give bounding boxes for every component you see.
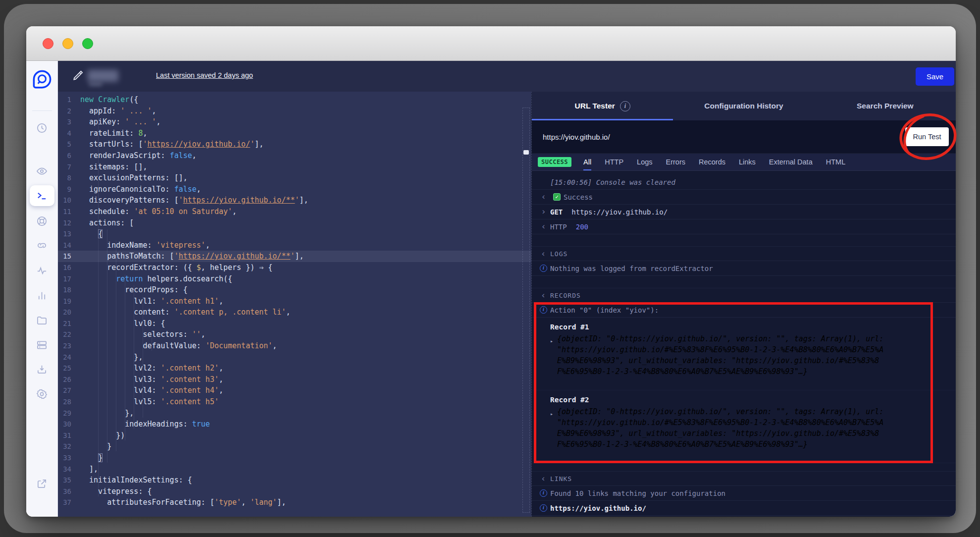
code-line-1[interactable]: 1new Crawler({ — [58, 94, 531, 106]
window-titlebar — [26, 26, 956, 61]
collapse-chevron-icon[interactable]: ‹ — [541, 250, 546, 258]
sidebar-item-folder-icon[interactable] — [36, 314, 48, 326]
record-object-preview[interactable]: ▸{objectID: "0-https://yiov.github.io/",… — [550, 406, 886, 450]
sidebar-item-lifebuoy-icon[interactable] — [36, 215, 48, 227]
code-line-29[interactable]: 29 }, — [58, 408, 531, 419]
code-line-10[interactable]: 10 discoveryPatterns: ['https://yiov.git… — [58, 195, 531, 206]
edit-pencil-icon[interactable] — [72, 69, 85, 82]
collapse-chevron-icon[interactable]: ‹ — [541, 222, 546, 231]
code-line-15[interactable]: 15 pathsToMatch: ['https://yiov.github.i… — [58, 251, 531, 262]
code-line-12[interactable]: 12 actions: [ — [58, 217, 531, 229]
url-tester-panel: URL TesteriConfiguration HistorySearch P… — [531, 92, 956, 517]
close-window-button[interactable] — [43, 38, 53, 49]
expand-triangle-icon[interactable]: ▸ — [550, 409, 553, 420]
expand-triangle-icon[interactable]: ▸ — [550, 336, 553, 347]
collapse-chevron-icon[interactable]: ‹ — [541, 193, 546, 201]
code-text: recordExtractor: ({ $, helpers }) ⇒ { — [80, 262, 272, 273]
code-line-9[interactable]: 9 ignoreCanonicalTo: false, — [58, 184, 531, 195]
row-icon-column: ‹ — [537, 193, 550, 201]
filter-tab-http[interactable]: HTTP — [605, 154, 623, 170]
code-editor[interactable]: 1new Crawler({2 appId: ' ... ',3 apiKey:… — [58, 92, 531, 517]
tab-configuration-history[interactable]: Configuration History — [673, 92, 814, 120]
code-text: } — [80, 452, 103, 464]
code-line-23[interactable]: 23 defaultValue: 'Documentation', — [58, 340, 531, 352]
editor-scrollbar-track[interactable] — [522, 107, 530, 513]
url-input[interactable]: https://yiov.github.io/ — [543, 133, 610, 141]
save-button[interactable]: Save — [916, 67, 954, 86]
code-line-28[interactable]: 28 lvl5: '.content h5' — [58, 396, 531, 408]
sidebar-item-gear-icon[interactable] — [36, 388, 48, 400]
run-test-button[interactable]: Run Test — [905, 127, 949, 146]
code-line-5[interactable]: 5 startUrls: ['https://yiov.github.io/']… — [58, 139, 531, 150]
code-line-19[interactable]: 19 lvl1: '.content h1', — [58, 296, 531, 307]
section-label: LINKS — [550, 475, 572, 483]
filter-tab-all[interactable]: All — [583, 154, 591, 170]
code-line-8[interactable]: 8 exclusionPatterns: [], — [58, 172, 531, 184]
sidebar-item-external-link-icon[interactable] — [36, 478, 48, 489]
editor-scrollbar-thumb[interactable] — [523, 150, 529, 155]
sidebar-item-bar-chart-icon[interactable] — [36, 289, 48, 301]
code-line-6[interactable]: 6 renderJavaScript: false, — [58, 150, 531, 161]
code-line-17[interactable]: 17 return helpers.docsearch({ — [58, 273, 531, 285]
code-line-14[interactable]: 14 indexName: 'vitepress', — [58, 240, 531, 251]
expand-chevron-icon[interactable]: › — [541, 208, 546, 216]
sidebar-item-server-icon[interactable] — [36, 339, 48, 351]
collapse-chevron-icon[interactable]: ‹ — [541, 291, 546, 300]
filter-tab-external-data[interactable]: External Data — [769, 154, 813, 170]
indent-guide — [134, 285, 134, 429]
zoom-window-button[interactable] — [82, 38, 93, 49]
code-line-30[interactable]: 30 indexHeadings: true — [58, 419, 531, 430]
code-line-27[interactable]: 27 lvl4: '.content h4', — [58, 385, 531, 396]
filter-tab-logs[interactable]: Logs — [637, 154, 652, 170]
code-line-16[interactable]: 16 recordExtractor: ({ $, helpers }) ⇒ { — [58, 262, 531, 273]
row-icon-column: i — [537, 265, 550, 272]
sidebar-item-download-icon[interactable] — [36, 363, 48, 375]
last-version-saved-link[interactable]: Last version saved 2 days ago — [156, 71, 253, 79]
filter-tab-errors[interactable]: Errors — [666, 154, 685, 170]
console-output: [15:00:56] Console was cleared‹✓Success›… — [532, 171, 956, 517]
record-object-preview[interactable]: ▸{objectID: "0-https://yiov.github.io/",… — [550, 333, 886, 377]
line-number: 2 — [58, 106, 80, 117]
code-line-13[interactable]: 13 { — [58, 228, 531, 240]
code-line-36[interactable]: 36 vitepress: { — [58, 486, 531, 497]
sidebar-item-clock-icon[interactable] — [36, 122, 48, 134]
code-line-24[interactable]: 24 }, — [58, 352, 531, 363]
code-line-3[interactable]: 3 apiKey: ' ... ', — [58, 116, 531, 128]
sidebar-item-eye-icon[interactable] — [36, 165, 48, 177]
code-line-37[interactable]: 37 attributesForFaceting: ['type', 'lang… — [58, 497, 531, 508]
tab-url-tester[interactable]: URL Testeri — [532, 92, 673, 120]
sidebar-item-terminal-icon[interactable] — [36, 190, 48, 202]
info-icon: i — [540, 504, 547, 512]
info-icon[interactable]: i — [620, 101, 630, 111]
line-number: 31 — [58, 430, 80, 441]
code-line-11[interactable]: 11 schedule: 'at 05:10 on Saturday', — [58, 206, 531, 217]
code-line-32[interactable]: 32 } — [58, 441, 531, 452]
code-line-33[interactable]: 33 } — [58, 452, 531, 464]
info-text: https://yiov.github.io/ — [550, 504, 646, 512]
code-line-7[interactable]: 7 sitemaps: [], — [58, 161, 531, 173]
code-line-34[interactable]: 34 ], — [58, 464, 531, 475]
code-text: indexHeadings: true — [80, 419, 210, 430]
code-line-20[interactable]: 20 content: '.content p, .content li', — [58, 307, 531, 318]
code-line-26[interactable]: 26 lvl3: '.content h3', — [58, 374, 531, 385]
info-icon: i — [540, 306, 547, 314]
tab-search-preview[interactable]: Search Preview — [815, 92, 956, 120]
filter-tab-records[interactable]: Records — [699, 154, 725, 170]
code-line-31[interactable]: 31 }) — [58, 430, 531, 441]
line-number: 30 — [58, 419, 80, 430]
code-line-22[interactable]: 22 selectors: '', — [58, 329, 531, 340]
filter-tab-links[interactable]: Links — [739, 154, 756, 170]
code-line-4[interactable]: 4 rateLimit: 8, — [58, 128, 531, 139]
minimize-window-button[interactable] — [62, 38, 73, 49]
sidebar-item-activity-icon[interactable] — [36, 265, 48, 276]
algolia-logo-icon[interactable] — [32, 69, 52, 90]
code-line-21[interactable]: 21 lvl0: { — [58, 318, 531, 329]
sidebar-item-link-icon[interactable] — [36, 239, 48, 251]
filter-tab-html[interactable]: HTML — [826, 154, 845, 170]
line-number: 28 — [58, 396, 80, 408]
collapse-chevron-icon[interactable]: ‹ — [541, 475, 546, 483]
code-line-2[interactable]: 2 appId: ' ... ', — [58, 106, 531, 117]
code-line-18[interactable]: 18 recordProps: { — [58, 284, 531, 296]
code-line-25[interactable]: 25 lvl2: '.content h2', — [58, 363, 531, 374]
code-line-35[interactable]: 35 initialIndexSettings: { — [58, 475, 531, 486]
